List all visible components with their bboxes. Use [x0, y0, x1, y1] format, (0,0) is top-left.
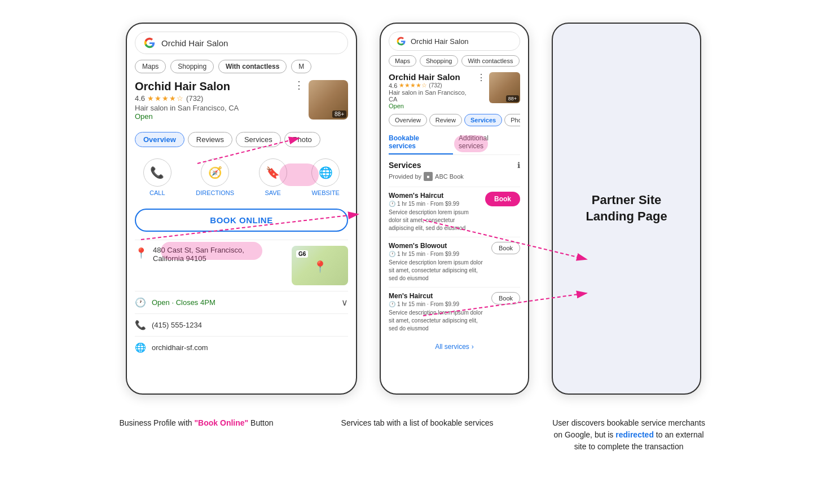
service-item-0-duration: 1 hr 15 min: [397, 201, 425, 207]
phone1-business-photo: 88+: [309, 80, 348, 120]
service-item-1-desc: Service description lorem ipsum dolor si…: [389, 259, 487, 282]
service-item-1-name: Women's Blowout: [389, 242, 487, 250]
phone1-tab-overview[interactable]: Overview: [135, 132, 184, 147]
phone2-all-services-btn[interactable]: All services ›: [389, 337, 520, 353]
phone2-more-icon[interactable]: ⋮: [477, 72, 486, 83]
phone1-business-name: Orchid Hair Salon: [135, 80, 289, 93]
phone2-chip-shopping[interactable]: Shopping: [420, 55, 459, 67]
service-item-0-info: Women's Haircut 🕐 1 hr 15 min · From $9.…: [389, 192, 481, 232]
abc-book-icon: ■: [424, 172, 433, 181]
partner-title-line1: Partner Site: [592, 193, 662, 207]
service-item-0-name: Women's Haircut: [389, 192, 481, 200]
clock-icon: 🕐: [135, 297, 146, 308]
location-icon: 📍: [135, 247, 147, 259]
caption-1-line2: Button: [250, 418, 273, 427]
service-item-0-book-btn[interactable]: Book: [485, 192, 520, 206]
phone2-photo-count: 88+: [506, 95, 519, 102]
phone1-rating-count: (732): [186, 94, 203, 103]
phone1-chip-maps[interactable]: Maps: [135, 60, 166, 73]
phone2-abc-book: ABC Book: [435, 173, 464, 180]
phone2-search-bar[interactable]: Orchid Hair Salon: [389, 32, 520, 51]
phone2-tab-services[interactable]: Services: [464, 114, 502, 126]
clock-icon-2: 🕐: [389, 301, 395, 307]
phone-3-partner-site: Partner Site Landing Page: [552, 23, 701, 395]
phone1-book-online-btn[interactable]: BOOK ONLINE: [135, 209, 348, 232]
phone2-tab-photos[interactable]: Photo: [504, 114, 520, 126]
info-icon[interactable]: ℹ: [517, 161, 520, 170]
phone1-tab-services[interactable]: Services: [236, 132, 281, 147]
caption-3-text: User discovers bookable service merchant…: [550, 417, 708, 453]
phone1-map-thumbnail[interactable]: G6 📍: [292, 246, 348, 285]
partner-site-content: Partner Site Landing Page: [563, 170, 689, 247]
phone1-chip-contactless[interactable]: With contactless: [218, 60, 287, 73]
phone2-bookable-services-tab[interactable]: Bookable services: [389, 131, 453, 154]
phone1-address-line2: California 94105: [153, 254, 244, 263]
phone1-more-icon[interactable]: ⋮: [294, 80, 304, 90]
phone1-website-row[interactable]: 🌐 orchidhair-sf.com: [135, 336, 348, 359]
phone1-filter-chips: Maps Shopping With contactless M: [135, 60, 348, 73]
phone2-search-text: Orchid Hair Salon: [411, 37, 469, 46]
phone1-save-btn[interactable]: 🔖 SAVE: [259, 158, 287, 196]
caption-1-highlight: "Book Online": [194, 418, 248, 427]
phone2-provided-by: Provided by ■ ABC Book: [389, 172, 520, 181]
phone-1-business-profile: Orchid Hair Salon Maps Shopping With con…: [126, 23, 357, 395]
save-icon: 🔖: [266, 166, 280, 179]
service-item-0-desc: Service description lorem ipsum dolor si…: [389, 209, 481, 232]
phone1-hours-row[interactable]: 🕐 Open · Closes 4PM ∨: [135, 291, 348, 313]
phone1-phone-row[interactable]: 📞 (415) 555-1234: [135, 313, 348, 336]
captions-row: Business Profile with "Book Online" Butt…: [11, 406, 816, 464]
phone1-directions-btn[interactable]: 🧭 DIRECTIONS: [196, 158, 234, 196]
phone1-business-info: Orchid Hair Salon 4.6 ★★★★☆ (732) Hair s…: [135, 80, 289, 121]
caption-3-highlight: redirected: [615, 430, 654, 439]
phone1-stars: ★★★★☆: [147, 94, 184, 103]
phone1-action-buttons: 📞 CALL 🧭 DIRECTIONS 🔖 SAVE: [135, 154, 348, 201]
service-item-2-info: Men's Haircut 🕐 1 hr 15 min · From $9.99…: [389, 292, 487, 333]
service-item-0-dot: ·: [427, 201, 429, 207]
phone2-additional-services-tab[interactable]: Additional services: [459, 131, 520, 154]
phone1-business-card: Orchid Hair Salon 4.6 ★★★★☆ (732) Hair s…: [135, 80, 348, 125]
phone1-map-section: 📍 480 Cast St, San Francisco, California…: [135, 240, 348, 291]
service-item-1-price: From $9.99: [430, 251, 459, 257]
map-pin-icon: 📍: [313, 260, 327, 273]
phone1-chip-more[interactable]: M: [291, 60, 311, 73]
partner-title-line2: Landing Page: [586, 209, 667, 223]
all-services-chevron: ›: [472, 343, 474, 351]
chevron-down-icon: ∨: [341, 297, 348, 308]
directions-icon: 🧭: [208, 166, 222, 179]
service-item-2-price: From $9.99: [430, 301, 459, 307]
phone1-website-label: WEBSITE: [311, 189, 340, 196]
caption-1-line1: Business Profile with: [119, 418, 192, 427]
caption-1: Business Profile with "Book Online" Butt…: [119, 417, 273, 429]
phone1-map-label: G6: [296, 250, 308, 258]
phone1-call-btn[interactable]: 📞 CALL: [143, 158, 171, 196]
phone2-open-status: Open: [389, 103, 473, 109]
phone1-website-btn[interactable]: 🌐 WEBSITE: [311, 158, 340, 196]
phone1-directions-label: DIRECTIONS: [196, 189, 234, 196]
phone1-website: orchidhair-sf.com: [152, 343, 348, 352]
service-item-2-book-btn[interactable]: Book: [491, 292, 520, 304]
service-item-1-book-btn[interactable]: Book: [491, 242, 520, 254]
phone1-hours: Open · Closes 4PM: [152, 298, 336, 307]
phone2-services-subtabs: Bookable services Additional services: [389, 131, 520, 155]
service-item-0-meta: 🕐 1 hr 15 min · From $9.99: [389, 201, 481, 207]
phone1-tab-reviews[interactable]: Reviews: [188, 132, 232, 147]
phone1-nav-tabs: Overview Reviews Services Photo: [135, 132, 348, 147]
caption-3-line2: but is: [595, 430, 613, 439]
google-logo-icon-2: [396, 36, 406, 46]
phone2-stars: ★★★★☆: [399, 82, 427, 89]
service-item-1-dot: ·: [427, 251, 429, 257]
phone2-rating-number: 4.6: [389, 82, 397, 89]
phone2-business-type: Hair salon in San Francisco, CA: [389, 89, 473, 103]
phone1-search-bar[interactable]: Orchid Hair Salon: [135, 32, 348, 54]
phone1-chip-shopping[interactable]: Shopping: [170, 60, 214, 73]
phone1-tab-photos[interactable]: Photo: [284, 132, 320, 147]
phone1-business-type: Hair salon in San Francisco, CA: [135, 104, 289, 112]
phone2-tab-overview[interactable]: Overview: [389, 114, 427, 126]
service-item-1: Women's Blowout 🕐 1 hr 15 min · From $9.…: [389, 237, 520, 287]
phone1-photo-count: 88+: [332, 110, 346, 118]
phone2-chip-contactless[interactable]: With contactless: [461, 55, 519, 67]
phone2-chip-maps[interactable]: Maps: [389, 55, 416, 67]
phone2-filter-chips: Maps Shopping With contactless M: [389, 55, 520, 67]
phone2-tab-reviews[interactable]: Review: [429, 114, 462, 126]
caption-3: User discovers bookable service merchant…: [550, 417, 708, 453]
